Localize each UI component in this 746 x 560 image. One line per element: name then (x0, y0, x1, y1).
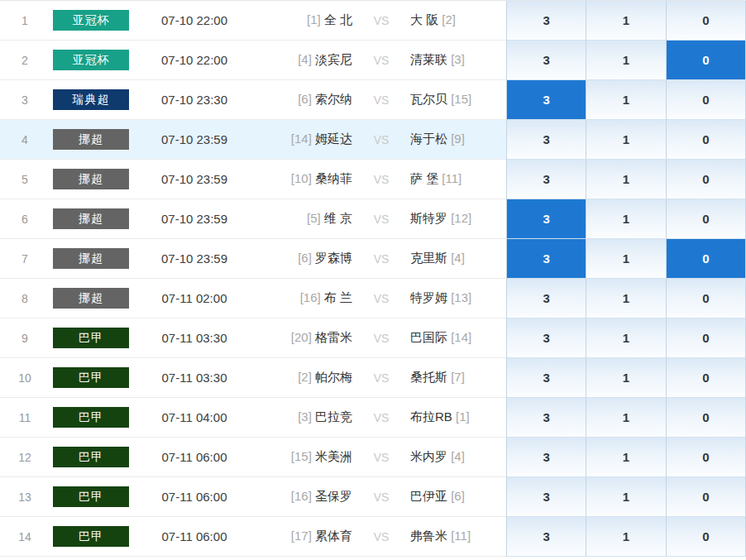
league-badge[interactable]: 挪超 (53, 129, 129, 150)
odds-cell[interactable]: 3 (507, 199, 586, 239)
odds-cell[interactable]: 3 (507, 358, 586, 398)
match-row[interactable]: 12 巴甲 07-11 06:00 [15] 米美洲 VS 米内罗 [4] 3 … (0, 438, 746, 477)
odds-cell[interactable]: 1 (586, 358, 666, 398)
away-team: 海于松 (410, 132, 447, 146)
league-badge[interactable]: 巴甲 (53, 486, 129, 507)
odds-cell[interactable]: 0 (667, 160, 746, 199)
odds-cell[interactable]: 3 (507, 239, 586, 279)
league-badge[interactable]: 挪超 (53, 288, 129, 309)
home-team-cell: [6] 罗森博 (256, 251, 357, 266)
match-row-left: 9 巴甲 07-11 03:30 [20] 格雷米 VS 巴国际 [14] (0, 318, 506, 358)
odds-cell[interactable]: 1 (586, 318, 666, 358)
odds-cell[interactable]: 0 (667, 279, 746, 318)
vs-label: VS (357, 54, 405, 67)
league-badge[interactable]: 挪超 (53, 169, 129, 189)
odds-cell[interactable]: 0 (667, 1, 746, 41)
odds-cell[interactable]: 0 (667, 477, 746, 517)
match-row[interactable]: 2 亚冠杯 07-10 22:00 [4] 淡宾尼 VS 清莱联 [3] 3 1… (0, 41, 746, 80)
odds-cell[interactable]: 1 (586, 279, 666, 318)
match-row[interactable]: 4 挪超 07-10 23:59 [14] 姆延达 VS 海于松 [9] 3 1… (0, 120, 746, 160)
league-badge[interactable]: 挪超 (53, 248, 129, 269)
odds-cell[interactable]: 0 (667, 438, 746, 477)
match-row-left: 11 巴甲 07-11 04:00 [3] 巴拉竞 VS 布拉RB [1] (0, 398, 506, 438)
match-row[interactable]: 14 巴甲 07-11 06:00 [17] 累体育 VS 弗鲁米 [11] 3… (0, 517, 746, 557)
odds-group: 3 1 0 (506, 477, 746, 517)
odds-cell[interactable]: 3 (507, 120, 586, 160)
league-badge-wrap: 巴甲 (50, 447, 132, 467)
vs-label: VS (357, 292, 405, 305)
odds-cell[interactable]: 1 (586, 477, 666, 517)
match-row[interactable]: 13 巴甲 07-11 06:00 [16] 圣保罗 VS 巴伊亚 [6] 3 … (0, 477, 746, 517)
odds-cell[interactable]: 0 (667, 199, 746, 239)
league-badge[interactable]: 巴甲 (53, 526, 129, 547)
match-row[interactable]: 6 挪超 07-10 23:59 [5] 维 京 VS 斯特罗 [12] 3 1… (0, 199, 746, 239)
match-row-left: 13 巴甲 07-11 06:00 [16] 圣保罗 VS 巴伊亚 [6] (0, 477, 506, 517)
odds-cell[interactable]: 3 (507, 517, 586, 557)
league-badge[interactable]: 巴甲 (53, 407, 129, 428)
odds-cell[interactable]: 0 (667, 358, 746, 398)
match-row[interactable]: 9 巴甲 07-11 03:30 [20] 格雷米 VS 巴国际 [14] 3 … (0, 318, 746, 358)
odds-cell[interactable]: 0 (667, 41, 746, 80)
odds-cell[interactable]: 3 (507, 1, 586, 41)
vs-label: VS (357, 93, 405, 107)
row-number: 10 (0, 371, 50, 385)
odds-cell[interactable]: 1 (586, 1, 666, 41)
match-time: 07-11 02:00 (132, 291, 256, 305)
match-row[interactable]: 11 巴甲 07-11 04:00 [3] 巴拉竞 VS 布拉RB [1] 3 … (0, 398, 746, 438)
odds-cell[interactable]: 3 (507, 477, 586, 517)
odds-cell[interactable]: 0 (667, 80, 746, 120)
odds-cell[interactable]: 3 (507, 41, 586, 80)
odds-cell[interactable]: 3 (507, 279, 586, 318)
odds-cell[interactable]: 1 (586, 438, 666, 477)
home-team: 圣保罗 (315, 489, 352, 503)
match-row[interactable]: 5 挪超 07-10 23:59 [10] 桑纳菲 VS 萨 堡 [11] 3 … (0, 160, 746, 199)
away-rank: [2] (442, 12, 456, 26)
odds-cell[interactable]: 1 (586, 41, 666, 80)
home-rank: [10] (291, 171, 312, 185)
league-badge[interactable]: 挪超 (53, 208, 129, 229)
odds-cell[interactable]: 1 (586, 239, 666, 279)
odds-cell[interactable]: 3 (507, 160, 586, 199)
odds-cell[interactable]: 0 (667, 517, 746, 557)
odds-cell[interactable]: 1 (586, 80, 666, 120)
odds-cell[interactable]: 0 (667, 318, 746, 358)
league-badge[interactable]: 巴甲 (53, 447, 129, 467)
home-rank: [6] (298, 92, 312, 106)
odds-cell[interactable]: 0 (667, 239, 746, 279)
match-row[interactable]: 3 瑞典超 07-10 23:30 [6] 索尔纳 VS 瓦尔贝 [15] 3 … (0, 80, 746, 120)
home-team: 帕尔梅 (315, 370, 352, 384)
league-badge[interactable]: 亚冠杯 (53, 10, 129, 31)
home-team: 维 京 (324, 211, 352, 225)
match-row-left: 12 巴甲 07-11 06:00 [15] 米美洲 VS 米内罗 [4] (0, 438, 506, 477)
odds-cell[interactable]: 1 (586, 517, 666, 557)
odds-cell[interactable]: 3 (507, 80, 586, 120)
match-time: 07-11 03:30 (132, 331, 256, 345)
match-row[interactable]: 7 挪超 07-10 23:59 [6] 罗森博 VS 克里斯 [4] 3 1 … (0, 239, 746, 279)
odds-cell[interactable]: 1 (586, 120, 666, 160)
match-row[interactable]: 1 亚冠杯 07-10 22:00 [1] 全 北 VS 大 阪 [2] 3 1… (0, 1, 746, 41)
league-badge[interactable]: 巴甲 (53, 328, 129, 348)
league-badge[interactable]: 亚冠杯 (53, 50, 129, 70)
away-rank: [7] (451, 370, 465, 384)
match-row[interactable]: 8 挪超 07-11 02:00 [16] 布 兰 VS 特罗姆 [13] 3 … (0, 279, 746, 318)
home-team-cell: [16] 布 兰 (256, 290, 357, 306)
odds-cell[interactable]: 3 (507, 318, 586, 358)
home-rank: [14] (291, 132, 312, 146)
match-row[interactable]: 10 巴甲 07-11 03:30 [2] 帕尔梅 VS 桑托斯 [7] 3 1… (0, 358, 746, 398)
odds-cell[interactable]: 1 (586, 398, 666, 438)
odds-cell[interactable]: 3 (507, 398, 586, 438)
odds-cell[interactable]: 0 (667, 398, 746, 438)
league-badge[interactable]: 巴甲 (53, 367, 129, 388)
odds-cell[interactable]: 3 (507, 438, 586, 477)
odds-cell[interactable]: 0 (667, 120, 746, 160)
row-number: 3 (0, 93, 50, 107)
away-rank: [13] (451, 290, 471, 304)
odds-cell[interactable]: 1 (586, 199, 666, 239)
away-rank: [1] (456, 409, 470, 424)
league-badge[interactable]: 瑞典超 (53, 89, 129, 110)
league-badge-wrap: 挪超 (50, 208, 132, 229)
match-time: 07-10 23:30 (132, 93, 256, 107)
match-teams: [16] 圣保罗 VS 巴伊亚 [6] (256, 489, 506, 505)
home-team: 淡宾尼 (315, 52, 352, 66)
odds-cell[interactable]: 1 (586, 160, 666, 199)
